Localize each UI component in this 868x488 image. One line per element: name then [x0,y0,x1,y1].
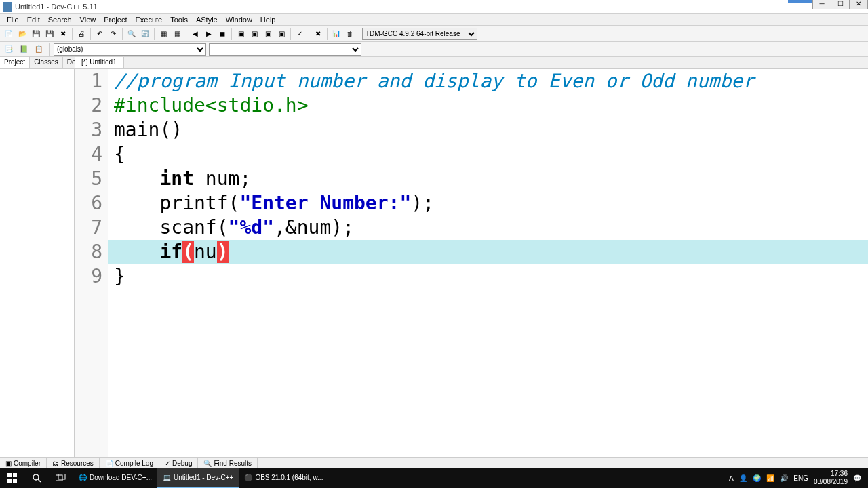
taskbar-obs[interactable]: ⚫ OBS 21.0.1 (64bit, w... [239,468,328,488]
functions-combo[interactable] [209,43,361,56]
menu-bar: File Edit Search View Project Execute To… [0,14,868,26]
window-titlebar: Untitled1 - Dev-C++ 5.11 ─ ☐ ✕ [0,0,868,14]
tab-find-results[interactable]: 🔍Find Results [198,458,258,468]
side-tabs: Project Classes Debug [0,57,74,69]
menu-view[interactable]: View [76,14,100,25]
save-icon[interactable]: 💾 [30,28,42,40]
main-area: Project Classes Debug [*] Untitled1 1234… [0,57,868,457]
main-toolbar: 📄 📂 💾 💾 ✖ 🖨 ↶ ↷ 🔍 🔄 ▦ ▦ ◀ ▶ ◼ ▣ ▣ ▣ ▣ ✓ … [0,26,868,42]
find-icon[interactable]: 🔍 [125,28,138,40]
menu-tools[interactable]: Tools [166,14,192,25]
menu-astyle[interactable]: AStyle [192,14,222,25]
svg-rect-1 [13,473,17,477]
start-button[interactable] [0,468,24,488]
toolbar-separator [309,28,309,40]
line-gutter: 123456789 [75,69,108,457]
debug-icon[interactable]: ✓ [294,28,306,40]
tab-compile-log[interactable]: 📄Compile Log [100,458,159,468]
save-all-icon[interactable]: 💾 [43,28,56,40]
tray-notifications-icon[interactable]: 💬 [853,474,861,482]
search-button[interactable] [24,468,49,488]
log-icon: 📄 [105,460,113,467]
compiler-selector[interactable]: TDM-GCC 4.9.2 64-bit Release [362,28,477,40]
tray-wifi-icon[interactable]: 📶 [766,474,774,482]
stop-icon[interactable]: ✖ [312,28,324,40]
close-icon[interactable]: ✖ [57,28,69,40]
new-file-icon[interactable]: 📄 [3,28,15,40]
close-button[interactable]: ✕ [849,0,868,9]
svg-point-4 [33,474,39,480]
find-icon: 🔍 [203,460,212,467]
toolbar-separator [359,28,359,40]
run-icon[interactable]: ▣ [248,28,260,40]
side-panel: Project Classes Debug [0,57,75,457]
maximize-button[interactable]: ☐ [831,0,850,9]
new-class-icon[interactable]: 📗 [18,43,30,56]
replace-icon[interactable]: 🔄 [139,28,151,40]
rebuild-icon[interactable]: ▣ [275,28,288,40]
compile-run-icon[interactable]: ▣ [262,28,274,40]
editor-area: [*] Untitled1 123456789 //program Input … [75,57,868,457]
menu-edit[interactable]: Edit [23,14,44,25]
tray-language[interactable]: ENG [793,474,808,482]
taskbar-devcpp[interactable]: 💻 Untitled1 - Dev-C++ [157,468,239,488]
menu-search[interactable]: Search [44,14,76,25]
svg-rect-2 [7,479,12,483]
window-title: Untitled1 - Dev-C++ 5.11 [15,3,98,11]
svg-line-5 [38,479,41,482]
task-view-button[interactable] [49,468,73,488]
code-content[interactable]: //program Input number and display to Ev… [108,69,868,457]
nav-fwd-icon[interactable]: ▶ [203,28,215,40]
devcpp-icon: 💻 [163,474,171,481]
system-tray: ᐱ 👤 🌍 📶 🔊 ENG 17:36 03/08/2019 💬 [729,470,868,486]
redo-icon[interactable]: ↷ [107,28,119,40]
globals-combo[interactable]: (globals) [54,43,206,56]
nav-toolbar: 📑 📗 📋 (globals) [0,42,868,57]
toolbar-separator [327,28,328,40]
toolbar-separator [49,43,50,56]
menu-file[interactable]: File [3,14,23,25]
svg-rect-7 [58,474,65,479]
resources-icon: 🗂 [52,460,59,467]
toolbar-separator [154,28,155,40]
editor-tab-untitled1[interactable]: [*] Untitled1 [75,57,124,68]
compiler-icon: ▣ [5,460,12,467]
toolbar-separator [231,28,232,40]
grid1-icon[interactable]: ▦ [157,28,170,40]
taskbar-chrome[interactable]: 🌐 Download DEV-C+... [73,468,157,488]
tab-project[interactable]: Project [0,57,30,68]
svg-rect-6 [56,475,62,481]
minimize-button[interactable]: ─ [812,0,831,9]
menu-help[interactable]: Help [256,14,280,25]
print-icon[interactable]: 🖨 [75,28,87,40]
profile-icon[interactable]: 📊 [330,28,342,40]
tray-chevron-up-icon[interactable]: ᐱ [729,474,734,482]
goto-icon[interactable]: 📑 [3,43,15,56]
tray-clock[interactable]: 17:36 03/08/2019 [814,470,848,486]
delete-profile-icon[interactable]: 🗑 [344,28,356,40]
menu-window[interactable]: Window [222,14,256,25]
tab-debug-bottom[interactable]: ✓Debug [159,458,198,468]
window-controls: ─ ☐ ✕ [813,0,868,9]
menu-execute[interactable]: Execute [131,14,166,25]
toolbar-separator [290,28,291,40]
tray-earth-icon[interactable]: 🌍 [753,474,761,482]
tray-people-icon[interactable]: 👤 [739,474,747,482]
tab-resources[interactable]: 🗂Resources [47,458,100,468]
menu-project[interactable]: Project [100,14,131,25]
tray-volume-icon[interactable]: 🔊 [780,474,788,482]
toolbar-separator [122,28,123,40]
list-icon[interactable]: 📋 [33,43,45,56]
compile-icon[interactable]: ▣ [235,28,247,40]
bookmark-icon[interactable]: ◼ [216,28,229,40]
tab-compiler[interactable]: ▣Compiler [0,458,47,468]
grid2-icon[interactable]: ▦ [171,28,183,40]
code-editor[interactable]: 123456789 //program Input number and dis… [75,69,868,457]
chrome-icon: 🌐 [79,474,87,481]
nav-back-icon[interactable]: ◀ [189,28,201,40]
tab-classes[interactable]: Classes [30,57,63,68]
open-icon[interactable]: 📂 [16,28,28,40]
undo-icon[interactable]: ↶ [94,28,106,40]
svg-rect-0 [7,473,12,477]
windows-taskbar: 🌐 Download DEV-C+... 💻 Untitled1 - Dev-C… [0,468,868,488]
